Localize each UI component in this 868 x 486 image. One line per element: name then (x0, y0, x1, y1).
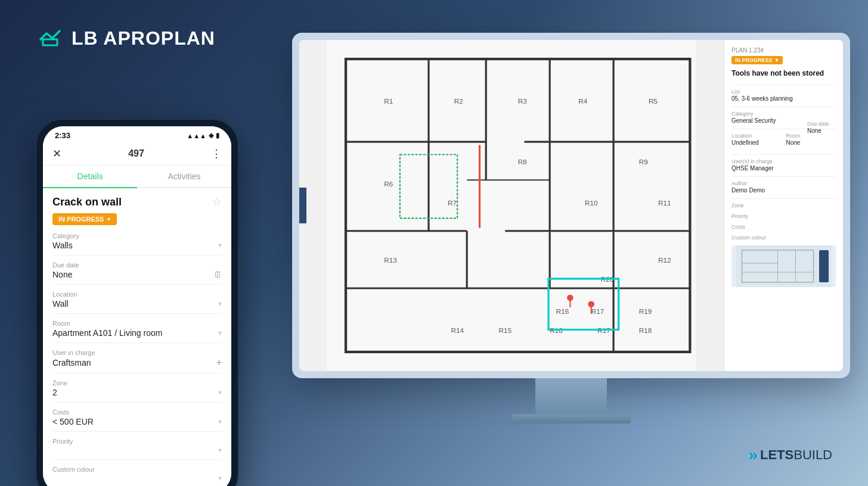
desktop-location-room: Location Undefined Room None (731, 133, 836, 151)
field-value-costs: < 500 EUR (52, 417, 94, 426)
desktop-task-title: Tools have not been stored (731, 69, 836, 79)
floor-plan-area: » (299, 40, 724, 371)
desktop-field-author: Author Demo Demo (731, 180, 836, 194)
phone-status-icons: ▲▲▲ ◈ ▮ (187, 132, 219, 139)
field-label-category: Category (52, 232, 222, 239)
floor-plan-svg: R1 R2 R3 R4 R5 R6 R7 R8 R9 R10 R11 R12 R… (299, 40, 724, 371)
monitor-stand (535, 378, 607, 414)
svg-text:R17: R17 (591, 307, 604, 315)
field-label-priority: Priority (52, 438, 222, 445)
calendar-icon[interactable]: 🗓 (213, 270, 222, 279)
label: Priority (731, 213, 836, 219)
letsbuild-lets-text: LETS (760, 447, 793, 463)
svg-text:R11: R11 (658, 199, 671, 207)
wifi-icon: ◈ (209, 132, 213, 139)
field-priority[interactable]: Priority ▾ (52, 438, 222, 460)
field-label-user: User in charge (52, 349, 222, 356)
field-due-date[interactable]: Due date None 🗓 (52, 261, 222, 285)
field-value-category: Walls (52, 241, 73, 250)
status-badge[interactable]: IN PROGRESS (52, 213, 117, 225)
field-room[interactable]: Room Apartment A101 / Living room ▾ (52, 320, 222, 343)
field-label-zone: Zone (52, 379, 222, 387)
field-label-room: Room (52, 320, 222, 327)
task-title-row: Crack on wall ☆ (52, 195, 222, 208)
floor-plan-thumbnail (731, 245, 836, 287)
desktop-field-zone: Zone (731, 202, 836, 208)
header-logo-area: LB APROPLAN (36, 24, 215, 52)
dropdown-arrow-colour: ▾ (218, 474, 222, 482)
desktop-field-priority: Priority (731, 213, 836, 219)
label: Author (731, 180, 836, 186)
value: None (807, 127, 843, 134)
signal-icon: ▲▲▲ (187, 132, 206, 139)
phone-screen: 2:33 ▲▲▲ ◈ ▮ ✕ 497 ⋮ Details Activities (43, 126, 231, 486)
field-value-location: Wall (52, 299, 69, 309)
phone-nav-bar: ✕ 497 ⋮ (43, 142, 231, 166)
svg-rect-0 (36, 24, 64, 52)
add-user-button[interactable]: + (216, 357, 222, 368)
field-category[interactable]: Category Walls ▾ (52, 232, 222, 256)
phone-mockup: 2:33 ▲▲▲ ◈ ▮ ✕ 497 ⋮ Details Activities (36, 119, 238, 465)
value: Undefined (731, 139, 782, 146)
field-custom-colour[interactable]: Custom colour ▾ (52, 466, 222, 486)
letsbuild-brand: » LETS BUILD (748, 446, 832, 465)
panel-divider-6 (731, 198, 836, 199)
phone-status-bar: 2:33 ▲▲▲ ◈ ▮ (43, 126, 231, 142)
field-value-due-date: None (52, 270, 72, 279)
desktop-field-location: Location Undefined (731, 133, 782, 146)
desktop-field-user: User(s) in charge QHSE Manager (731, 158, 836, 172)
field-value-row: Apartment A101 / Living room ▾ (52, 328, 222, 338)
field-value-row: < 500 EUR ▾ (52, 417, 222, 426)
dropdown-arrow-category: ▾ (218, 241, 222, 250)
desktop-field-due-date: Due date None (807, 121, 843, 134)
svg-text:R16: R16 (556, 307, 569, 315)
dropdown-arrow-costs: ▾ (218, 418, 222, 426)
dropdown-arrow-priority: ▾ (218, 446, 222, 454)
panel-divider-5 (731, 176, 836, 177)
svg-text:R7: R7 (448, 199, 457, 207)
field-label-due-date: Due date (52, 261, 222, 269)
field-location[interactable]: Location Wall ▾ (52, 291, 222, 314)
desktop-field-custom-colour: Custom colour (731, 235, 836, 241)
monitor-base (512, 414, 631, 423)
svg-text:R5: R5 (649, 97, 658, 105)
field-value-room: Apartment A101 / Living room (52, 328, 162, 338)
close-button[interactable]: ✕ (52, 147, 61, 160)
field-value-row: Wall ▾ (52, 299, 222, 309)
field-label-costs: Costs (52, 409, 222, 416)
tab-activities[interactable]: Activities (137, 166, 231, 187)
svg-text:R6: R6 (384, 180, 393, 188)
field-value-row: ▾ (52, 474, 222, 482)
svg-text:R12: R12 (658, 256, 671, 264)
field-zone[interactable]: Zone 2 ▾ (52, 379, 222, 403)
svg-text:R2: R2 (454, 97, 463, 105)
svg-text:R14: R14 (451, 326, 464, 334)
desktop-field-costs: Costs (731, 224, 836, 230)
star-icon[interactable]: ☆ (212, 195, 222, 208)
value: None (786, 139, 836, 146)
field-user-in-charge[interactable]: User in charge Craftsman + (52, 349, 222, 373)
letsbuild-build-text: BUILD (793, 447, 832, 463)
monitor-mockup: » (292, 33, 850, 438)
right-panel: PLAN.1.234 IN PROGRESS ▼ Tools have not … (724, 40, 843, 371)
label: Costs (731, 224, 836, 230)
field-value-row: Craftsman + (52, 357, 222, 368)
svg-text:R8: R8 (518, 158, 527, 166)
svg-text:R3: R3 (518, 97, 527, 105)
desktop-status-badge[interactable]: IN PROGRESS ▼ (731, 56, 783, 64)
phone-tabs: Details Activities (43, 166, 231, 188)
svg-text:R18: R18 (639, 326, 652, 334)
field-value-row: None 🗓 (52, 270, 222, 279)
more-options-button[interactable]: ⋮ (211, 147, 222, 160)
thumbnail-accent (819, 250, 829, 282)
brand-name: LB APROPLAN (72, 27, 215, 49)
tab-details[interactable]: Details (43, 166, 137, 188)
label: Due date (807, 121, 843, 127)
panel-plan-id: PLAN.1.234 (731, 47, 836, 54)
svg-text:R13: R13 (384, 256, 397, 264)
field-costs[interactable]: Costs < 500 EUR ▾ (52, 409, 222, 432)
svg-text:R4: R4 (578, 97, 587, 105)
svg-text:R9: R9 (639, 158, 648, 166)
field-label-custom-colour: Custom colour (52, 466, 222, 473)
expand-panel-button[interactable]: » (299, 188, 306, 223)
